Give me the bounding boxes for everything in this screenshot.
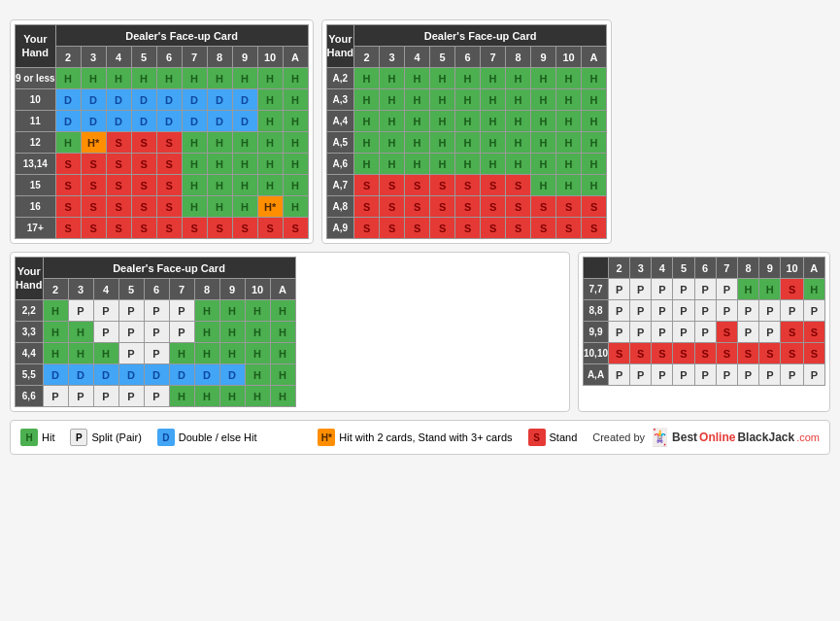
strategy-cell: H — [182, 175, 207, 196]
col-header: 7 — [182, 47, 207, 68]
strategy-cell: P — [759, 322, 781, 343]
strategy-cell: D — [118, 364, 144, 386]
strategy-cell: H — [219, 343, 245, 364]
strategy-cell: H — [481, 154, 506, 175]
strategy-cell: H — [481, 68, 506, 89]
strategy-cell: H — [283, 154, 308, 175]
row-label: A,8 — [326, 196, 354, 218]
strategy-cell: S — [781, 279, 803, 300]
strategy-cell: H — [232, 132, 257, 154]
strategy-cell: P — [144, 343, 169, 364]
strategy-cell: H — [531, 68, 556, 89]
strategy-cell: H — [219, 322, 245, 343]
strategy-cell: H — [430, 132, 455, 154]
strategy-cell: D — [131, 89, 156, 111]
strategy-cell: S — [737, 343, 758, 364]
strategy-cell: P — [694, 364, 716, 386]
strategy-cell: H — [232, 68, 257, 89]
strategy-cell: P — [803, 364, 824, 386]
col-header: A — [582, 47, 607, 68]
strategy-cell: H — [506, 111, 531, 132]
strategy-cell: H — [43, 343, 68, 364]
strategy-cell: S — [582, 196, 607, 218]
strategy-cell: H — [245, 364, 270, 386]
strategy-cell: H — [283, 175, 308, 196]
strategy-cell: P — [652, 322, 673, 343]
strategy-cell: D — [207, 89, 232, 111]
strategy-cell: H — [582, 154, 607, 175]
col-header: 8 — [194, 279, 219, 300]
strategy-cell: P — [609, 279, 630, 300]
row-label: A,4 — [326, 111, 354, 132]
strategy-cell: H — [556, 89, 582, 111]
row-label: 4,4 — [16, 343, 44, 364]
col-header: 8 — [207, 47, 232, 68]
created-by-text: Created by — [592, 431, 645, 443]
col-header: 4 — [106, 47, 131, 68]
strategy-cell: P — [93, 386, 118, 407]
strategy-cell: S — [207, 218, 232, 239]
strategy-cell: H — [194, 322, 219, 343]
strategy-cell: H — [405, 154, 430, 175]
col-header: 2 — [609, 258, 630, 279]
row-label: 12 — [16, 132, 56, 154]
strategy-cell: S — [673, 343, 694, 364]
col-header: 10 — [245, 279, 270, 300]
your-hand-label: YourHand — [16, 258, 44, 300]
legend-stand: S Stand — [528, 429, 578, 446]
legend-split: P Split (Pair) — [70, 429, 141, 446]
strategy-cell: H — [55, 132, 81, 154]
strategy-cell: H — [506, 68, 531, 89]
strategy-cell: D — [43, 364, 68, 386]
strategy-cell: P — [144, 300, 169, 322]
col-header: A — [270, 279, 295, 300]
col-header: A — [803, 258, 824, 279]
top-section: YourHandDealer's Face-up Card2345678910A… — [10, 19, 830, 244]
col-header: 10 — [257, 47, 283, 68]
strategy-cell: H — [283, 111, 308, 132]
strategy-cell: S — [556, 218, 582, 239]
legend-orange: H* Hit with 2 cards, Stand with 3+ cards — [318, 429, 512, 446]
strategy-cell: D — [68, 364, 93, 386]
strategy-cell: P — [652, 279, 673, 300]
strategy-cell: P — [652, 364, 673, 386]
strategy-cell: S — [405, 218, 430, 239]
col-header: 5 — [131, 47, 156, 68]
col-header: 4 — [405, 47, 430, 68]
strategy-cell: H — [43, 300, 68, 322]
strategy-cell: H — [207, 68, 232, 89]
strategy-cell: H — [169, 386, 194, 407]
strategy-cell: H — [257, 89, 283, 111]
strategy-cell: H — [380, 89, 405, 111]
strategy-cell: S — [55, 175, 81, 196]
strategy-cell: S — [156, 132, 182, 154]
strategy-cell: H — [182, 154, 207, 175]
strategy-cell: H — [430, 89, 455, 111]
strategy-cell: H — [257, 132, 283, 154]
strategy-cell: S — [781, 322, 803, 343]
strategy-cell: D — [106, 111, 131, 132]
strategy-cell: S — [232, 218, 257, 239]
col-header: 3 — [630, 258, 652, 279]
strategy-cell: S — [430, 196, 455, 218]
strategy-cell: S — [106, 218, 131, 239]
strategy-cell: S — [106, 196, 131, 218]
col-header: 7 — [716, 258, 737, 279]
strategy-cell: H — [455, 132, 481, 154]
strategy-cell: D — [55, 89, 81, 111]
strategy-cell: H — [506, 132, 531, 154]
strategy-cell: H — [380, 111, 405, 132]
row-label: 9 or less — [16, 68, 56, 89]
strategy-cell: S — [481, 218, 506, 239]
strategy-cell: S — [354, 196, 380, 218]
legend-split-box: P — [70, 429, 87, 446]
strategy-cell: H — [68, 322, 93, 343]
strategy-cell: D — [182, 111, 207, 132]
strategy-cell: H — [270, 386, 295, 407]
strategy-cell: S — [257, 218, 283, 239]
row-label: A,6 — [326, 154, 354, 175]
legend-hit-label: Hit — [42, 431, 54, 443]
strategy-cell: S — [506, 175, 531, 196]
top-right-table-container: YourHandDealer's Face-up Card2345678910A… — [321, 19, 613, 244]
strategy-cell: H — [582, 175, 607, 196]
